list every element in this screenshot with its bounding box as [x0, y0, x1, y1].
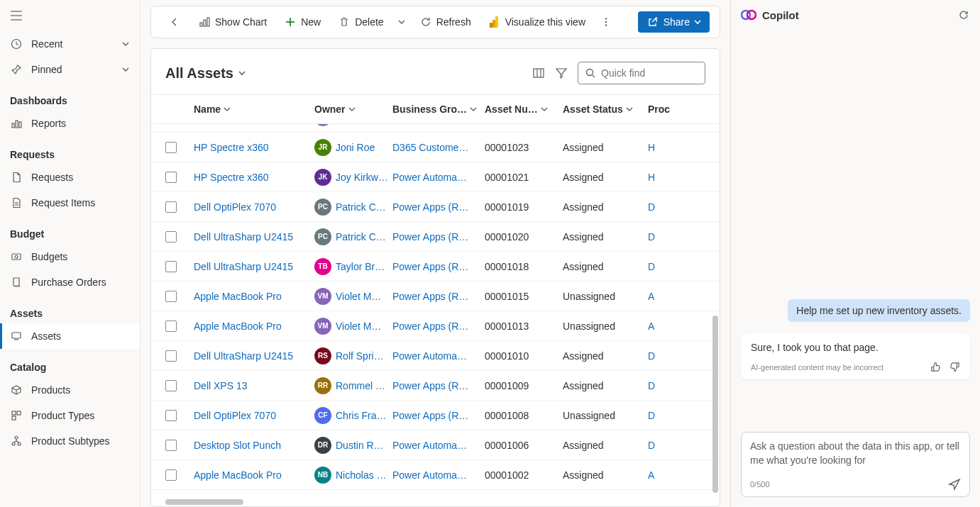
column-asset-status[interactable]: Asset Status: [563, 104, 648, 115]
nav-products[interactable]: Products: [0, 377, 140, 403]
nav-product-types[interactable]: Product Types: [0, 403, 140, 428]
nav-purchase-orders[interactable]: Purchase Orders: [0, 269, 140, 295]
column-asset-number[interactable]: Asset Nu…: [485, 104, 563, 115]
horizontal-scrollbar[interactable]: [165, 499, 243, 505]
nav-recent[interactable]: Recent: [0, 31, 140, 57]
cell-name[interactable]: Dell UltraSharp U2415: [194, 261, 314, 272]
cell-name[interactable]: Apple MacBook Pro: [194, 321, 314, 332]
row-checkbox[interactable]: [165, 410, 177, 421]
cell-product[interactable]: D: [648, 261, 676, 272]
delete-split-button[interactable]: [394, 10, 409, 34]
thumbs-up-button[interactable]: [930, 362, 941, 372]
back-button[interactable]: [161, 10, 188, 34]
cell-business-group[interactable]: Power Apps (R…: [392, 231, 485, 243]
cell-business-group[interactable]: Power Automa…: [392, 469, 485, 481]
column-name[interactable]: Name: [194, 104, 314, 115]
row-checkbox[interactable]: [165, 350, 177, 362]
cell-owner[interactable]: RR Rommel …: [314, 377, 392, 394]
cell-name[interactable]: Dell OptiPlex 7070: [194, 201, 314, 213]
cell-product[interactable]: D: [648, 440, 676, 451]
cell-owner[interactable]: JR Joni Roe: [314, 139, 392, 156]
cell-product[interactable]: H: [648, 172, 676, 183]
hamburger-button[interactable]: [0, 0, 140, 31]
cell-name[interactable]: Dell OptiPlex 7070: [194, 410, 314, 421]
cell-product[interactable]: D: [648, 231, 676, 243]
share-button[interactable]: Share: [638, 11, 710, 33]
cell-business-group[interactable]: Power Apps (R…: [392, 321, 485, 332]
cell-business-group[interactable]: Power Automa…: [392, 350, 485, 362]
table-row[interactable]: Dell UltraSharp U2415 RS Rolf Spri… Powe…: [151, 341, 720, 371]
table-row[interactable]: Apple MacBook Pro VM Violet M… Power App…: [151, 124, 720, 133]
cell-owner[interactable]: TB Taylor Br…: [314, 258, 392, 275]
new-button[interactable]: New: [277, 10, 328, 34]
cell-name[interactable]: Apple MacBook Pro: [194, 469, 314, 481]
cell-owner[interactable]: DR Dustin R…: [314, 437, 392, 454]
quick-find-input[interactable]: [578, 62, 705, 84]
cell-business-group[interactable]: Power Apps (R…: [392, 291, 485, 302]
nav-pinned[interactable]: Pinned: [0, 57, 140, 82]
cell-owner[interactable]: JK Joy Kirkw…: [314, 169, 392, 186]
filter-button[interactable]: [555, 67, 568, 79]
row-checkbox[interactable]: [165, 231, 177, 243]
nav-budgets[interactable]: Budgets: [0, 244, 140, 269]
nav-request-items[interactable]: Request Items: [0, 190, 140, 216]
cell-business-group[interactable]: Power Apps (R…: [392, 201, 485, 213]
cell-owner[interactable]: RS Rolf Spri…: [314, 347, 392, 364]
cell-owner[interactable]: VM Violet M…: [314, 288, 392, 305]
nav-requests[interactable]: Requests: [0, 165, 140, 190]
table-row[interactable]: Dell UltraSharp U2415 PC Patrick C… Powe…: [151, 222, 720, 252]
refresh-button[interactable]: Refresh: [412, 10, 478, 34]
cell-product[interactable]: A: [648, 291, 676, 302]
row-checkbox[interactable]: [165, 440, 177, 451]
table-row[interactable]: Dell UltraSharp U2415 TB Taylor Br… Powe…: [151, 252, 720, 282]
nav-assets[interactable]: Assets: [0, 323, 140, 349]
cell-owner[interactable]: NB Nicholas …: [314, 467, 392, 484]
cell-business-group[interactable]: Power Apps (R…: [392, 380, 485, 391]
cell-name[interactable]: HP Spectre x360: [194, 142, 314, 153]
delete-button[interactable]: Delete: [331, 10, 390, 34]
table-row[interactable]: Apple MacBook Pro NB Nicholas … Power Au…: [151, 460, 720, 490]
row-checkbox[interactable]: [165, 261, 177, 272]
show-chart-button[interactable]: Show Chart: [191, 10, 274, 34]
table-row[interactable]: Dell OptiPlex 7070 CF Chris Fra… Power A…: [151, 401, 720, 430]
cell-name[interactable]: Desktop Slot Punch: [194, 440, 314, 451]
cell-product[interactable]: D: [648, 380, 676, 391]
cell-product[interactable]: D: [648, 410, 676, 421]
cell-name[interactable]: HP Spectre x360: [194, 172, 314, 183]
table-row[interactable]: Dell OptiPlex 7070 PC Patrick C… Power A…: [151, 192, 720, 222]
cell-owner[interactable]: VM Violet M…: [314, 318, 392, 335]
nav-product-subtypes[interactable]: Product Subtypes: [0, 428, 140, 454]
quick-find-field[interactable]: [601, 67, 725, 79]
cell-product[interactable]: D: [648, 350, 676, 362]
row-checkbox[interactable]: [165, 321, 177, 332]
cell-owner[interactable]: VM Violet M…: [314, 124, 392, 126]
vertical-scrollbar[interactable]: [712, 316, 718, 493]
row-checkbox[interactable]: [165, 172, 177, 183]
thumbs-down-button[interactable]: [949, 362, 960, 372]
view-selector[interactable]: All Assets: [165, 65, 246, 82]
overflow-button[interactable]: [595, 10, 617, 34]
table-row[interactable]: Dell XPS 13 RR Rommel … Power Apps (R… 0…: [151, 371, 720, 401]
cell-product[interactable]: A: [648, 321, 676, 332]
send-button[interactable]: [948, 478, 961, 491]
table-row[interactable]: Desktop Slot Punch DR Dustin R… Power Au…: [151, 430, 720, 460]
cell-name[interactable]: Apple MacBook Pro: [194, 291, 314, 302]
column-product[interactable]: Proc: [648, 104, 676, 115]
cell-business-group[interactable]: Power Apps (R…: [392, 261, 485, 272]
cell-product[interactable]: A: [648, 469, 676, 481]
row-checkbox[interactable]: [165, 142, 177, 153]
cell-name[interactable]: Dell UltraSharp U2415: [194, 231, 314, 243]
visualize-button[interactable]: Visualize this view: [481, 10, 593, 34]
cell-name[interactable]: Dell UltraSharp U2415: [194, 350, 314, 362]
row-checkbox[interactable]: [165, 291, 177, 302]
cell-business-group[interactable]: Power Automa…: [392, 440, 485, 451]
cell-owner[interactable]: CF Chris Fra…: [314, 407, 392, 424]
table-row[interactable]: HP Spectre x360 JK Joy Kirkw… Power Auto…: [151, 162, 720, 192]
table-row[interactable]: Apple MacBook Pro VM Violet M… Power App…: [151, 311, 720, 341]
row-checkbox[interactable]: [165, 201, 177, 213]
column-business-group[interactable]: Business Gro…: [392, 104, 485, 115]
table-row[interactable]: HP Spectre x360 JR Joni Roe D365 Custome…: [151, 133, 720, 162]
column-owner[interactable]: Owner: [314, 104, 392, 115]
cell-business-group[interactable]: D365 Custome…: [392, 142, 485, 153]
row-checkbox[interactable]: [165, 380, 177, 391]
